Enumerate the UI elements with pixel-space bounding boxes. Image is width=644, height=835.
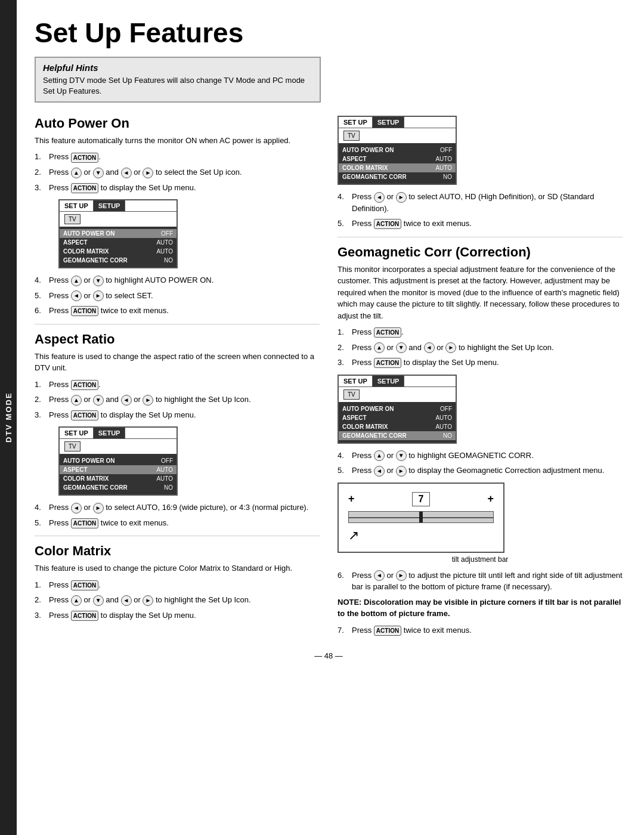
step-item: 1. Press ACTION. (35, 151, 320, 163)
menu-tv-box: TV (343, 131, 360, 141)
action-icon: ACTION (374, 327, 401, 338)
aspect-ratio-title: Aspect Ratio (35, 332, 320, 347)
up-icon: ▲ (71, 276, 82, 286)
menu-tv-box: TV (64, 214, 80, 224)
color-matrix-steps: 1. Press ACTION. 2. Press ▲ or ▼ and ◄ o… (35, 579, 320, 621)
menu-header: SET UP SETUP (339, 117, 456, 128)
aspect-ratio-description: This feature is used to change the aspec… (35, 351, 320, 374)
step-item: 7. Press ACTION twice to exit menus. (338, 624, 623, 636)
menu-row-geomagnetic: GEOMAGNETIC CORR NO (60, 483, 177, 492)
down-icon: ▼ (93, 276, 104, 286)
left-icon: ◄ (121, 395, 132, 406)
menu-rows-2: AUTO POWER ON OFF ASPECT AUTO COLOR MATR… (60, 454, 177, 494)
left-icon: ◄ (374, 466, 385, 477)
color-matrix-steps-cont: 4. Press ◄ or ► to select AUTO, HD (High… (338, 191, 623, 230)
step-item: 3. Press ACTION to display the Set Up me… (338, 357, 623, 369)
auto-power-on-description: This feature automatically turns the mon… (35, 135, 320, 147)
menu-tab-active: SETUP (94, 428, 126, 438)
menu-tab-setup: SET UP (339, 376, 373, 386)
right-icon: ► (143, 395, 153, 406)
menu-display-geo: SET UP SETUP TV AUTO POWER ON OFF (338, 375, 457, 444)
step-item: 3. Press ACTION to display the Set Up me… (35, 409, 320, 421)
step-item: 6. Press ◄ or ► to adjust the picture ti… (338, 570, 623, 593)
menu-display-top-right: SET UP SETUP TV AUTO POWER ON OFF ASPECT (338, 116, 457, 185)
menu-row-color-matrix: COLOR MATRIX AUTO (60, 474, 177, 483)
menu-header: SET UP SETUP (60, 428, 177, 439)
step-item: 6. Press ACTION twice to exit menus. (35, 305, 320, 317)
menu-rows-geo: AUTO POWER ON OFF ASPECT AUTO COLOR MATR… (339, 402, 456, 443)
two-col-layout: Auto Power On This feature automatically… (35, 116, 623, 639)
menu-row-color-matrix: COLOR MATRIX AUTO (339, 422, 456, 431)
menu-row-geomagnetic: GEOMAGNETIC CORR NO (60, 256, 177, 265)
step-item: 2. Press ▲ or ▼ and ◄ or ► to highlight … (35, 394, 320, 406)
menu-tv-box: TV (64, 441, 80, 451)
menu-row-aspect: ASPECT AUTO (60, 465, 177, 474)
menu-row-auto-power: AUTO POWER ON OFF (60, 229, 177, 238)
menu-tv-area: TV (60, 439, 177, 454)
action-icon: ACTION (71, 183, 98, 193)
down-icon: ▼ (396, 342, 407, 353)
menu-row-aspect: ASPECT AUTO (339, 413, 456, 422)
auto-power-on-steps: 1. Press ACTION. 2. Press ▲ or ▼ and ◄ o… (35, 151, 320, 193)
step-item: 5. Press ACTION twice to exit menus. (35, 517, 320, 529)
menu-header: SET UP SETUP (339, 376, 456, 387)
up-icon: ▲ (71, 395, 82, 406)
menu-tv-area: TV (339, 387, 456, 402)
step-item: 2. Press ▲ or ▼ and ◄ or ► to select the… (35, 166, 320, 178)
down-icon: ▼ (93, 595, 104, 606)
side-tab: DTV MODE (0, 0, 17, 835)
auto-power-on-title: Auto Power On (35, 116, 320, 131)
menu-header: SET UP SETUP (60, 200, 177, 212)
step-item: 1. Press ACTION. (35, 379, 320, 391)
aspect-ratio-steps: 1. Press ACTION. 2. Press ▲ or ▼ and ◄ o… (35, 379, 320, 421)
tilt-value: 7 (412, 492, 431, 506)
menu-row-auto-power: AUTO POWER ON OFF (339, 146, 456, 154)
left-icon: ◄ (374, 192, 385, 203)
geomagnetic-corr-section: Geomagnetic Corr (Correction) This monit… (338, 245, 623, 636)
right-icon: ► (143, 595, 153, 606)
tilt-label: tilt adjustment bar (338, 555, 623, 564)
menu-display-1: SET UP SETUP TV AUTO POWER ON OFF (58, 199, 178, 268)
tilt-adjustment-bar (348, 511, 494, 523)
aspect-ratio-steps-cont: 4. Press ◄ or ► to select AUTO, 16:9 (wi… (35, 502, 320, 528)
action-icon: ACTION (374, 626, 401, 636)
helpful-hints-title: Helpful Hints (43, 63, 312, 73)
tilt-plus-left: + (348, 493, 355, 505)
left-icon: ◄ (374, 570, 385, 581)
right-icon: ► (396, 570, 407, 581)
action-icon: ACTION (71, 153, 98, 163)
page: DTV MODE Set Up Features Helpful Hints S… (0, 0, 644, 835)
action-icon: ACTION (71, 410, 98, 420)
up-icon: ▲ (374, 342, 385, 353)
step-item: 5. Press ◄ or ► to select SET. (35, 290, 320, 302)
left-column: Auto Power On This feature automatically… (35, 116, 320, 639)
menu-tv-area: TV (339, 128, 456, 143)
down-icon: ▼ (396, 450, 407, 461)
step-item: 1. Press ACTION. (35, 579, 320, 591)
down-icon: ▼ (93, 168, 104, 178)
menu-tab-setup: SET UP (60, 428, 94, 438)
aspect-ratio-section: Aspect Ratio This feature is used to cha… (35, 332, 320, 529)
action-icon: ACTION (374, 219, 401, 229)
menu-row-aspect: ASPECT AUTO (339, 154, 456, 163)
step-item: 1. Press ACTION. (338, 326, 623, 338)
step-item: 4. Press ▲ or ▼ to highlight AUTO POWER … (35, 274, 320, 286)
right-icon: ► (396, 466, 407, 477)
helpful-hints-text: Setting DTV mode Set Up Features will al… (43, 75, 312, 97)
step-item: 3. Press ACTION to display the Set Up me… (35, 610, 320, 621)
main-content: Set Up Features Helpful Hints Setting DT… (17, 0, 644, 835)
menu-tab-active: SETUP (373, 117, 405, 128)
geomagnetic-steps-cont: 4. Press ▲ or ▼ to highlight GEOMAGNETIC… (338, 450, 623, 477)
auto-power-on-steps-cont: 4. Press ▲ or ▼ to highlight AUTO POWER … (35, 274, 320, 317)
tilt-plus-right: + (487, 493, 494, 505)
menu-tab-setup: SET UP (339, 117, 373, 128)
action-icon: ACTION (71, 306, 98, 316)
menu-display-2: SET UP SETUP TV AUTO POWER ON OFF (58, 426, 178, 496)
page-number: — 48 — (35, 651, 623, 660)
step-item: 4. Press ◄ or ► to select AUTO, HD (High… (338, 191, 623, 214)
step-item: 4. Press ◄ or ► to select AUTO, 16:9 (wi… (35, 502, 320, 514)
step-item: 4. Press ▲ or ▼ to highlight GEOMAGNETIC… (338, 450, 623, 462)
tilt-arrow: ↗ (348, 528, 494, 543)
geomagnetic-corr-description: This monitor incorporates a special adju… (338, 264, 623, 322)
step-item: 5. Press ◄ or ► to display the Geomagnet… (338, 465, 623, 477)
